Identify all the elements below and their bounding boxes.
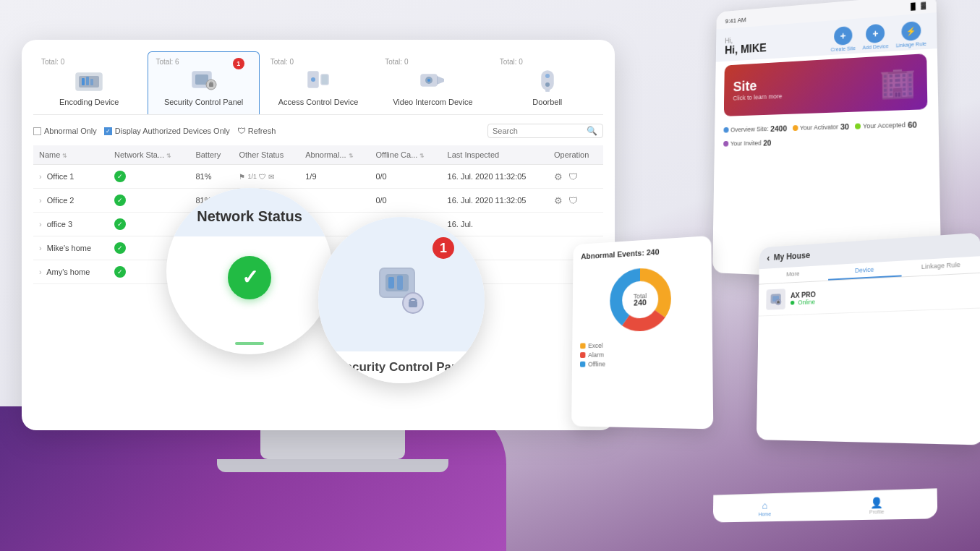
tab-security[interactable]: Total: 6 Security Control Panel 1: [148, 51, 259, 114]
svg-rect-22: [388, 277, 394, 289]
svg-rect-23: [397, 276, 403, 290]
linkage-rule-btn[interactable]: ⚡ Linkage Rule: [895, 20, 926, 48]
site-subtitle: Click to learn more: [733, 93, 782, 101]
tab-video[interactable]: Total: 0 Video Intercom Device: [377, 51, 488, 114]
zoom-circle-security: 1 Security Control Pane: [318, 217, 485, 383]
abnormal-only-checkbox[interactable]: [33, 127, 41, 135]
monitor-stand: [260, 430, 405, 459]
col-name[interactable]: Name ⇅: [33, 145, 108, 165]
legend-item-3: Offline: [580, 359, 704, 368]
row1-inspected: 16. Jul. 2020 11:32:05: [442, 165, 548, 189]
network-ok-icon: ✓: [228, 256, 271, 299]
create-site-btn[interactable]: + Create Site: [831, 26, 856, 53]
bottom-panel-title: My House: [774, 250, 811, 262]
video-name: Video Intercom Device: [393, 98, 472, 106]
stat-overview-label: Overview Site:: [730, 125, 768, 133]
stat-activator: Your Activator 30: [792, 122, 849, 132]
table-row: › Office 1 ✓ 81% ⚑ 1/1 🛡 ✉: [33, 165, 603, 189]
svg-rect-3: [86, 77, 89, 85]
stat-dot-activator: [793, 125, 798, 131]
mobile-bottom-nav: ⌂ Home 👤 Profile: [713, 488, 938, 522]
svg-point-18: [545, 74, 550, 78]
expand-arrow[interactable]: ›: [39, 220, 42, 228]
add-device-icon: +: [866, 24, 885, 44]
mobile-quick-actions: + Create Site + Add Device ⚡ Linkage Rul…: [831, 20, 926, 52]
network-status-ok: ✓: [114, 195, 126, 206]
security-total: Total: 6: [155, 58, 179, 66]
nav-profile[interactable]: 👤 Profile: [869, 496, 884, 514]
col-operation[interactable]: Operation: [548, 145, 603, 165]
col-network[interactable]: Network Sta... ⇅: [108, 145, 189, 165]
col-abnormal[interactable]: Abnormal... ⇅: [299, 145, 370, 165]
abnormal-title: Abnormal Events: 240: [581, 245, 702, 261]
legend-item-2: Alarm: [580, 350, 704, 359]
encoding-total: Total: 0: [41, 58, 64, 66]
alarm-icon: ⚑: [239, 173, 245, 181]
search-box[interactable]: 🔍: [487, 124, 603, 138]
monitor-base: [217, 459, 448, 472]
abnormal-only-label: Abnormal Only: [44, 127, 97, 135]
abnormal-only-item[interactable]: Abnormal Only: [33, 127, 97, 135]
site-title: Site: [733, 77, 783, 95]
mobile-panel-bottom: ‹ My House More Device Linkage Rule AX P…: [757, 233, 980, 445]
donut-chart: Total 240: [605, 262, 676, 336]
svg-rect-10: [321, 74, 328, 85]
shield-status-icon: 🛡: [259, 173, 266, 181]
stat-invited-value: 20: [763, 139, 771, 148]
toolbar: Abnormal Only ✓ Display Authorized Devic…: [33, 124, 603, 138]
gear-icon[interactable]: ⚙: [554, 195, 563, 206]
col-offline[interactable]: Offline Ca... ⇅: [370, 145, 441, 165]
display-authorized-item[interactable]: ✓ Display Authorized Devices Only: [104, 127, 230, 135]
stat-overview: Overview Site: 2400: [723, 124, 787, 134]
stat-overview-value: 2400: [770, 124, 787, 133]
stat-accepted: Your Accepted 60: [855, 120, 917, 131]
expand-arrow[interactable]: ›: [39, 172, 42, 181]
display-authorized-checkbox[interactable]: ✓: [104, 127, 112, 135]
sort-arrow-offline: ⇅: [419, 153, 425, 159]
mobile-stats: Overview Site: 2400 Your Activator 30 Yo…: [715, 114, 939, 154]
row1-abnormal: 1/9: [299, 165, 370, 189]
col-inspected[interactable]: Last Inspected: [442, 145, 548, 165]
tab-encoding[interactable]: Total: 0 Encoding Device: [33, 51, 145, 114]
expand-arrow[interactable]: ›: [39, 268, 42, 276]
row2-inspected: 16. Jul. 2020 11:32:05: [442, 189, 548, 213]
create-site-icon: +: [834, 26, 852, 46]
refresh-button[interactable]: 🛡 Refresh: [237, 126, 276, 136]
legend-dot-1: [580, 343, 585, 349]
stat-dot-overview: [723, 127, 728, 133]
mobile-greeting: Hi, Hi, MIKE: [725, 34, 767, 56]
legend: Excel Alarm Offline: [580, 340, 704, 367]
shield-op-icon[interactable]: 🛡: [568, 171, 578, 182]
expand-arrow[interactable]: ›: [39, 196, 42, 205]
svg-point-17: [545, 82, 550, 87]
access-total: Total: 0: [270, 58, 294, 66]
add-device-btn[interactable]: + Add Device: [862, 23, 888, 50]
tab-doorbell[interactable]: Total: 0 Doorbell: [492, 51, 603, 114]
nav-home[interactable]: ⌂ Home: [759, 499, 771, 516]
shield-op-icon[interactable]: 🛡: [568, 195, 578, 206]
row5-name: › Amy's home: [33, 260, 108, 284]
tab-access[interactable]: Total: 0 Access Control Device: [263, 51, 374, 114]
search-input[interactable]: [493, 127, 587, 135]
back-icon[interactable]: ‹: [767, 252, 770, 263]
security-icon: [188, 69, 220, 95]
col-other[interactable]: Other Status: [233, 145, 299, 165]
row2-ops: ⚙ 🛡: [548, 189, 603, 213]
site-card[interactable]: Site Click to learn more 🏢: [724, 54, 928, 116]
expand-arrow[interactable]: ›: [39, 244, 42, 252]
stat-accepted-value: 60: [908, 120, 917, 129]
mail-icon: ✉: [268, 173, 274, 181]
greeting-row: Hi, Hi, MIKE + Create Site + Add Device …: [725, 20, 926, 59]
refresh-label: Refresh: [248, 127, 276, 135]
row1-ops: ⚙ 🛡: [548, 165, 603, 189]
row1-other: ⚑ 1/1 🛡 ✉: [233, 165, 299, 189]
sort-arrow-network: ⇅: [166, 153, 171, 159]
col-battery[interactable]: Battery: [189, 145, 233, 165]
network-bar-indicator: [235, 342, 264, 345]
network-status-ok: ✓: [114, 218, 126, 230]
device-row-info: AX PRO Online: [791, 283, 972, 306]
signal-icon: ▐▌: [908, 2, 918, 10]
encoding-name: Encoding Device: [59, 98, 119, 106]
gear-icon[interactable]: ⚙: [554, 171, 563, 182]
row4-name: › Mike's home: [33, 236, 108, 260]
